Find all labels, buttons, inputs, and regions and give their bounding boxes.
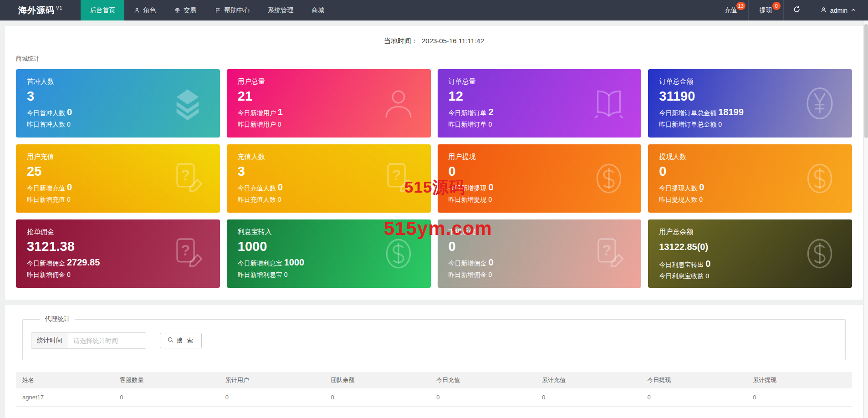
card-yesterday-label: 昨日新增用户 bbox=[238, 121, 276, 128]
card-today-label: 今日新增订单总金额 bbox=[659, 109, 716, 117]
card-yesterday-label: 昨日充值人数 bbox=[238, 196, 276, 203]
app-logo: 海外源码V1 bbox=[0, 0, 81, 20]
mall-stats-panel: 当地时间：2023-05-16 11:11:42 商城统计 首冲人数3今日首冲人… bbox=[5, 26, 863, 300]
svg-text:?: ? bbox=[392, 167, 401, 184]
nav-item-home[interactable]: 后台首页 bbox=[81, 0, 124, 20]
nav-item-label: 后台首页 bbox=[90, 6, 115, 15]
watermark-text-1: 515源码 bbox=[404, 177, 465, 198]
stat-card-user-total-balance: 用户总余额13122.85(0)今日利息宝转出0今日利息宝收益0 bbox=[648, 219, 852, 288]
card-today-label: 今日新增利息宝 bbox=[238, 260, 282, 267]
card-yesterday-value: 0 bbox=[489, 271, 492, 278]
card-yesterday-value: 0 bbox=[489, 121, 492, 128]
stat-card-total-users: 用户总量21今日新增用户1昨日新增用户0 bbox=[227, 69, 431, 138]
search-button-label: 搜 索 bbox=[177, 336, 194, 345]
agent-table: 姓名客服数量累计用户团队余额今日充值累计充值今日提现累计提现 agnet1700… bbox=[16, 372, 852, 407]
mall-stats-title: 商城统计 bbox=[16, 55, 852, 63]
refresh-button[interactable] bbox=[783, 0, 810, 20]
nav-item-label: 交易 bbox=[184, 6, 196, 15]
app-version: V1 bbox=[56, 5, 62, 10]
dollar-icon bbox=[380, 234, 417, 273]
nav-right: 充值13提现0 admin bbox=[714, 0, 868, 20]
card-today-value: 0 bbox=[278, 182, 283, 192]
stat-card-order-commission: 抢单佣金3121.38今日新增佣金2729.85昨日新增佣金0? bbox=[16, 219, 220, 288]
withdraw-button[interactable]: 提现0 bbox=[748, 0, 783, 20]
card-today-label: 今日新增订单 bbox=[449, 109, 487, 117]
card-yesterday-label: 昨日新增订单 bbox=[449, 121, 487, 128]
stat-card-first-charge-users: 首冲人数3今日首冲人数0昨日首冲人数0 bbox=[16, 69, 220, 138]
card-today-value: 1 bbox=[278, 107, 283, 117]
card-yesterday-label: 昨日新增佣金 bbox=[27, 271, 65, 278]
nav-item-help[interactable]: 帮助中心 bbox=[205, 0, 259, 20]
agent-table-head: 姓名客服数量累计用户团队余额今日充值累计充值今日提现累计提现 bbox=[16, 372, 852, 388]
nav-item-roles[interactable]: 角色 bbox=[124, 0, 165, 20]
yen-icon bbox=[801, 84, 838, 123]
card-today-value: 0 bbox=[705, 259, 710, 269]
search-button[interactable]: 搜 索 bbox=[160, 333, 202, 348]
table-header-cell: 累计充值 bbox=[536, 372, 641, 388]
card-yesterday-value: 0 bbox=[67, 196, 71, 203]
card-today-label: 今日提现人数 bbox=[659, 184, 697, 192]
card-yesterday-value: 0 bbox=[67, 121, 71, 128]
file-question-icon: ? bbox=[169, 159, 206, 198]
card-yesterday-value: 0 bbox=[705, 272, 709, 280]
card-yesterday-value: 0 bbox=[278, 121, 281, 128]
card-today-label: 今日新增充值 bbox=[27, 184, 65, 192]
svg-text:?: ? bbox=[181, 242, 190, 259]
table-header-cell: 今日提现 bbox=[641, 372, 747, 388]
scrollbar-thumb[interactable] bbox=[864, 24, 868, 138]
card-yesterday-label: 昨日提现人数 bbox=[659, 196, 697, 203]
svg-text:?: ? bbox=[602, 242, 612, 259]
card-today-value: 0 bbox=[67, 107, 72, 117]
recharge-label: 充值 bbox=[725, 6, 737, 15]
card-today-label: 今日新增佣金 bbox=[449, 260, 487, 267]
table-cell: 0 bbox=[430, 388, 536, 407]
stat-card-total-orders: 订单总量12今日新增订单2昨日新增订单0 bbox=[438, 69, 642, 138]
card-yesterday-value: 0 bbox=[699, 196, 703, 203]
table-cell: 0 bbox=[325, 388, 430, 407]
agent-stats-panel: 代理统计 统计时间 搜 索 姓名客服数量累计用户团队余额今日充值累计充值今日提现… bbox=[5, 305, 863, 418]
user-menu[interactable]: admin bbox=[810, 0, 868, 20]
stat-card-user-withdraw: 用户提现0今日新增提现0昨日新增提现0 bbox=[438, 144, 642, 213]
stat-time-group: 统计时间 bbox=[31, 332, 146, 349]
card-today-label: 今日新增用户 bbox=[238, 109, 276, 117]
scales-icon bbox=[174, 7, 181, 14]
agent-filter-row: 统计时间 搜 索 bbox=[31, 332, 837, 349]
card-yesterday-label: 昨日新增充值 bbox=[27, 196, 65, 203]
card-today-label: 今日利息宝转出 bbox=[659, 261, 704, 268]
agent-stats-fieldset: 代理统计 统计时间 搜 索 bbox=[22, 315, 846, 360]
table-header-cell: 累计用户 bbox=[219, 372, 325, 388]
local-time-value: 2023-05-16 11:11:42 bbox=[422, 37, 484, 45]
watermark-text-2: 515ym.com bbox=[384, 218, 492, 240]
card-today-value: 0 bbox=[489, 257, 494, 267]
nav-menu: 后台首页角色交易帮助中心系统管理商城 bbox=[81, 0, 333, 20]
card-today-value: 2729.85 bbox=[67, 257, 100, 267]
svg-text:?: ? bbox=[181, 167, 190, 184]
card-yesterday-line: 今日利息宝收益0 bbox=[659, 272, 841, 280]
table-row: agnet170000000 bbox=[16, 388, 852, 407]
card-yesterday-value: 0 bbox=[489, 196, 492, 203]
card-yesterday-value: 0 bbox=[718, 121, 722, 128]
layers-icon bbox=[169, 84, 206, 123]
card-today-value: 18199 bbox=[718, 107, 744, 117]
local-time-label: 当地时间： bbox=[384, 37, 418, 45]
nav-item-trade[interactable]: 交易 bbox=[165, 0, 205, 20]
scrollbar-track[interactable] bbox=[863, 20, 868, 418]
card-yesterday-value: 0 bbox=[284, 271, 288, 278]
card-yesterday-value: 0 bbox=[278, 196, 281, 203]
table-cell: 0 bbox=[219, 388, 325, 407]
dollar-icon bbox=[590, 159, 628, 198]
card-yesterday-label: 今日利息宝收益 bbox=[659, 272, 704, 280]
search-icon bbox=[167, 336, 174, 345]
recharge-button[interactable]: 充值13 bbox=[714, 0, 748, 20]
card-yesterday-label: 昨日新增佣金 bbox=[449, 271, 487, 278]
nav-item-mall[interactable]: 商城 bbox=[302, 0, 333, 20]
table-cell: 0 bbox=[113, 388, 219, 407]
nav-item-system[interactable]: 系统管理 bbox=[259, 0, 302, 20]
app-title: 海外源码V1 bbox=[18, 5, 62, 16]
table-cell: agnet17 bbox=[16, 388, 113, 407]
stat-time-input[interactable] bbox=[68, 332, 146, 349]
chevron-up-icon bbox=[851, 7, 856, 14]
file-question-icon: ? bbox=[169, 234, 206, 273]
stat-card-user-recharge: 用户充值25今日新增充值0昨日新增充值0? bbox=[16, 144, 220, 213]
agent-table-body: agnet170000000 bbox=[16, 388, 852, 407]
